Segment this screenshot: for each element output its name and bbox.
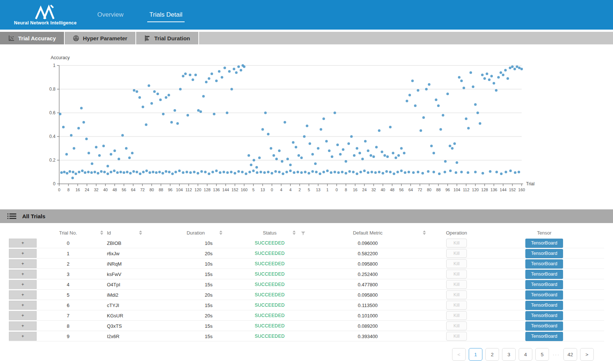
row-expander-button[interactable]: + — [9, 332, 37, 341]
tensorboard-button[interactable]: TensorBoard — [525, 270, 563, 279]
cell-status: SUCCEEDED — [233, 323, 307, 328]
tensorboard-button[interactable]: TensorBoard — [525, 249, 563, 258]
row-expander-button[interactable]: + — [9, 321, 37, 330]
prev-page-button[interactable]: < — [452, 348, 466, 361]
tensorboard-button[interactable]: TensorBoard — [525, 311, 563, 320]
header-label: Status — [263, 230, 277, 236]
tab-trial-accuracy[interactable]: Trial Accuracy — [0, 32, 65, 44]
sort-icon — [139, 230, 142, 235]
cell-trial-id: r6xJw — [100, 251, 159, 256]
svg-text:136: 136 — [213, 188, 220, 192]
cell-trial-id: I2x6R — [100, 334, 159, 339]
svg-text:2: 2 — [299, 188, 301, 192]
page-button-2[interactable]: 2 — [485, 348, 499, 361]
all-trials-header: All Trials — [0, 209, 613, 223]
svg-text:0.8: 0.8 — [49, 87, 55, 92]
kill-button[interactable]: Kill — [446, 280, 467, 289]
cell-status: SUCCEEDED — [233, 292, 307, 297]
svg-text:0.2: 0.2 — [49, 158, 55, 163]
header-duration[interactable]: Duration — [159, 228, 233, 238]
tensorboard-button[interactable]: TensorBoard — [525, 239, 563, 248]
svg-text:48: 48 — [112, 188, 117, 192]
page-button-5[interactable]: 5 — [535, 348, 549, 361]
nav-tab-trials-detail[interactable]: Trials Detail — [147, 7, 185, 22]
kill-button[interactable]: Kill — [446, 259, 467, 268]
table-row: + 3 ksFwV 15s SUCCEEDED 0.252400 Kill Te… — [9, 269, 604, 279]
filter-icon[interactable] — [301, 231, 305, 236]
page-button-3[interactable]: 3 — [502, 348, 516, 361]
next-page-button[interactable]: > — [580, 348, 594, 361]
svg-text:1: 1 — [326, 188, 329, 192]
svg-text:0: 0 — [271, 188, 273, 192]
top-navbar: Neural Network Intelligence Overview Tri… — [0, 0, 613, 30]
tensorboard-button[interactable]: TensorBoard — [525, 290, 563, 300]
svg-text:13: 13 — [260, 188, 265, 192]
tensorboard-button[interactable]: TensorBoard — [525, 321, 563, 331]
table-row: + 9 I2x6R 15s SUCCEEDED 0.393400 Kill Te… — [9, 331, 604, 341]
row-expander-button[interactable]: + — [9, 249, 37, 258]
row-expander-button[interactable]: + — [9, 301, 37, 310]
row-expander-button[interactable]: + — [9, 290, 37, 299]
list-icon — [7, 213, 16, 219]
kill-button[interactable]: Kill — [446, 332, 467, 341]
cell-trial-id: iNRqM — [100, 261, 159, 267]
page-button-1[interactable]: 1 — [469, 348, 482, 361]
kill-button[interactable]: Kill — [446, 249, 467, 258]
tensorboard-button[interactable]: TensorBoard — [525, 280, 563, 289]
kill-button[interactable]: Kill — [446, 290, 467, 299]
kill-button[interactable]: Kill — [446, 301, 467, 310]
accuracy-scatter-chart: 00.20.40.60.8108162432404856647280889610… — [0, 44, 613, 202]
header-default-metric[interactable]: Default Metric — [307, 228, 429, 238]
kill-button[interactable]: Kill — [446, 270, 467, 279]
svg-text:24: 24 — [362, 188, 367, 192]
page-button-42[interactable]: 42 — [563, 348, 577, 361]
svg-text:112: 112 — [185, 188, 192, 192]
kill-button[interactable]: Kill — [446, 311, 467, 320]
cell-trial-no: 3 — [37, 272, 100, 277]
svg-text:0: 0 — [58, 188, 60, 192]
row-expander-button[interactable]: + — [9, 280, 37, 289]
cell-trial-no: 0 — [37, 240, 100, 246]
table-row: + 6 cTYJI 15s SUCCEEDED 0.113500 Kill Te… — [9, 300, 604, 310]
nav-tabs: Overview Trials Detail — [95, 7, 185, 22]
page-button-4[interactable]: 4 — [519, 348, 532, 361]
accuracy-chart-section: 00.20.40.60.8108162432404856647280889610… — [0, 44, 613, 202]
header-label: Trial No. — [59, 230, 77, 236]
table-row: + 2 iNRqM 10s SUCCEEDED 0.095800 Kill Te… — [9, 259, 604, 269]
header-id[interactable]: Id — [100, 228, 159, 238]
tab-trial-duration[interactable]: Trial Duration — [136, 32, 199, 44]
cell-status: SUCCEEDED — [233, 261, 307, 266]
nni-brand: Neural Network Intelligence — [11, 4, 80, 26]
kill-button[interactable]: Kill — [446, 239, 467, 247]
kill-button[interactable]: Kill — [446, 321, 467, 330]
cell-default-metric: 0.096000 — [307, 240, 429, 246]
svg-text:104: 104 — [176, 188, 183, 192]
svg-text:88: 88 — [436, 188, 441, 192]
tensorboard-button[interactable]: TensorBoard — [525, 259, 563, 269]
header-trial-no[interactable]: Trial No. — [37, 228, 100, 238]
pagination-ellipsis: ··· — [552, 352, 560, 357]
cell-status: SUCCEEDED — [233, 272, 307, 277]
table-row: + 7 KGsUR 20s SUCCEEDED 0.101000 Kill Te… — [9, 310, 604, 321]
row-expander-button[interactable]: + — [9, 270, 37, 279]
row-expander-button[interactable]: + — [9, 311, 37, 320]
tensorboard-button[interactable]: TensorBoard — [525, 301, 563, 310]
tab-label: Trial Duration — [154, 35, 190, 41]
cell-trial-id: O4TpI — [100, 282, 159, 287]
cell-duration: 20s — [159, 313, 233, 318]
row-expander-button[interactable]: + — [9, 239, 37, 247]
tab-label: Hyper Parameter — [83, 35, 127, 41]
header-status[interactable]: Status — [233, 228, 307, 238]
tensorboard-button[interactable]: TensorBoard — [525, 332, 563, 341]
svg-text:160: 160 — [518, 188, 525, 192]
svg-text:88: 88 — [159, 188, 163, 192]
svg-text:Trial: Trial — [526, 181, 535, 186]
header-expander — [9, 228, 37, 238]
nav-tab-overview[interactable]: Overview — [95, 7, 126, 22]
svg-text:152: 152 — [232, 188, 238, 192]
tab-hyper-parameter[interactable]: Hyper Parameter — [65, 32, 136, 44]
svg-text:152: 152 — [509, 188, 516, 192]
row-expander-button[interactable]: + — [9, 259, 37, 268]
cell-trial-no: 6 — [37, 303, 100, 308]
svg-text:0: 0 — [336, 188, 338, 192]
